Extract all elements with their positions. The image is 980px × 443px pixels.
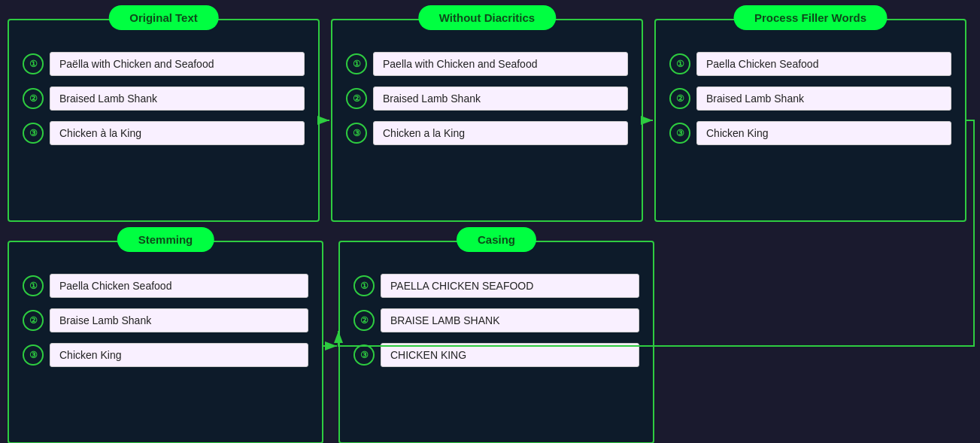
badge-2: ② [23, 310, 44, 331]
badge-3: ③ [346, 123, 367, 144]
process-filler-box: Process Filler Words ① Paella Chicken Se… [654, 19, 966, 222]
item-text: PAELLA CHICKEN SEAFOOD [381, 274, 639, 298]
item-text: BRAISE LAMB SHANK [381, 308, 639, 332]
item-text: Chicken King [50, 343, 308, 367]
stemming-title: Stemming [117, 227, 214, 252]
item-text: Paëlla with Chicken and Seafood [50, 52, 305, 76]
badge-1: ① [353, 275, 375, 296]
stemming-box: Stemming ① Paella Chicken Seafood ② Brai… [8, 241, 323, 443]
list-item: ③ Chicken a la King [346, 121, 628, 145]
item-text: Chicken à la King [50, 121, 305, 145]
casing-title: Casing [457, 227, 536, 252]
item-text: Braise Lamb Shank [50, 308, 308, 332]
list-item: ② Braised Lamb Shank [346, 86, 628, 111]
badge-2: ② [669, 88, 690, 109]
list-item: ② Braised Lamb Shank [669, 86, 951, 111]
list-item: ① Paella Chicken Seafood [23, 274, 308, 298]
item-text: CHICKEN KING [381, 343, 639, 367]
list-item: ③ Chicken à la King [23, 121, 305, 145]
item-text: Braised Lamb Shank [50, 86, 305, 111]
list-item: ① Paella Chicken Seafood [669, 52, 951, 76]
list-item: ① Paëlla with Chicken and Seafood [23, 52, 305, 76]
badge-3: ③ [23, 123, 44, 144]
badge-1: ① [23, 275, 44, 296]
without-diacritics-title: Without Diacritics [418, 5, 556, 30]
casing-box: Casing ① PAELLA CHICKEN SEAFOOD ② BRAISE… [338, 241, 654, 443]
list-item: ② Braised Lamb Shank [23, 86, 305, 111]
badge-2: ② [23, 88, 44, 109]
badge-2: ② [353, 310, 375, 331]
item-text: Braised Lamb Shank [373, 86, 628, 111]
badge-3: ③ [353, 344, 375, 366]
without-diacritics-box: Without Diacritics ① Paella with Chicken… [331, 19, 643, 222]
list-item: ③ Chicken King [669, 121, 951, 145]
list-item: ① PAELLA CHICKEN SEAFOOD [353, 274, 639, 298]
item-text: Paella Chicken Seafood [50, 274, 308, 298]
diagram-container: Original Text ① Paëlla with Chicken and … [0, 0, 980, 443]
item-text: Paella Chicken Seafood [696, 52, 951, 76]
badge-2: ② [346, 88, 367, 109]
item-text: Chicken King [696, 121, 951, 145]
badge-3: ③ [23, 344, 44, 366]
badge-1: ① [346, 53, 367, 74]
item-text: Paella with Chicken and Seafood [373, 52, 628, 76]
process-filler-title: Process Filler Words [733, 5, 887, 30]
item-text: Braised Lamb Shank [696, 86, 951, 111]
original-text-box: Original Text ① Paëlla with Chicken and … [8, 19, 320, 222]
list-item: ② BRAISE LAMB SHANK [353, 308, 639, 332]
list-item: ③ CHICKEN KING [353, 343, 639, 367]
original-text-title: Original Text [108, 5, 219, 30]
badge-1: ① [669, 53, 690, 74]
list-item: ① Paella with Chicken and Seafood [346, 52, 628, 76]
list-item: ③ Chicken King [23, 343, 308, 367]
badge-1: ① [23, 53, 44, 74]
item-text: Chicken a la King [373, 121, 628, 145]
list-item: ② Braise Lamb Shank [23, 308, 308, 332]
badge-3: ③ [669, 123, 690, 144]
